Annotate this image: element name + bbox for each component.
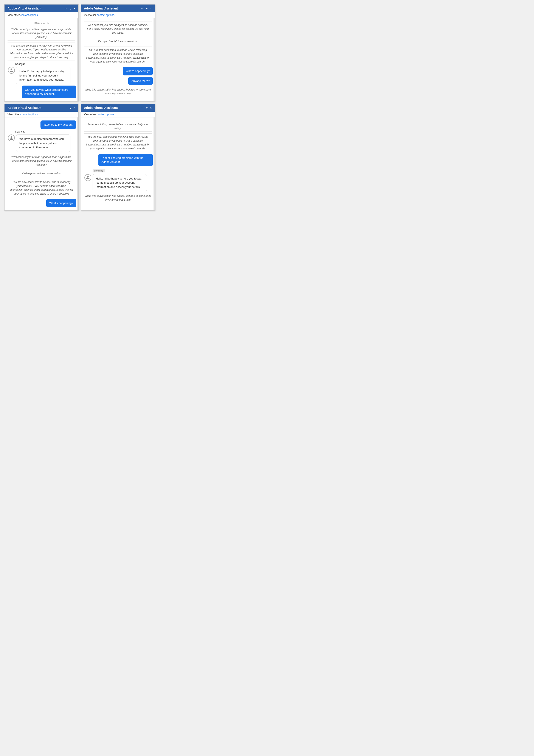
chat-header-controls: ···∨× [64,106,75,109]
chat-window-bottom-right: Adobe Virtual Assistant···∨×View other c… [81,104,155,211]
chat-window-top-left: Adobe Virtual Assistant···∨×View other c… [4,4,79,101]
chat-header: Adobe Virtual Assistant···∨× [81,104,155,112]
user-message-row: What's happening? [7,199,76,207]
chat-title: Adobe Virtual Assistant [8,7,41,10]
user-bubble: Can you advise what programs are attache… [22,86,76,98]
chat-title: Adobe Virtual Assistant [84,7,118,10]
agent-bubble: We have a dedicated team who can help yo… [16,134,70,152]
chat-subheader: View other contact options. [5,12,78,18]
system-message: You are now connected to Iknoor, who is … [8,179,75,197]
system-message: We'll connect you with an agent as soon … [84,21,152,36]
chat-header-controls: ···∨× [64,7,75,10]
system-message: You are now connected to Iknoor, who is … [84,46,152,65]
chat-header: Adobe Virtual Assistant···∨× [81,5,155,12]
menu-icon[interactable]: ··· [64,106,67,109]
chat-title: Adobe Virtual Assistant [8,106,41,109]
close-icon[interactable]: × [74,7,75,10]
chat-title: Adobe Virtual Assistant [84,106,118,109]
menu-icon[interactable]: ··· [141,106,144,109]
menu-icon[interactable]: ··· [141,7,144,10]
system-message: Kashyap has left the conversation. [8,170,75,177]
minimize-icon[interactable]: ∨ [69,106,71,109]
agent-message-row: We have a dedicated team who can help yo… [7,134,76,152]
chat-body[interactable]: We'll connect you with an agent as soon … [81,18,155,101]
menu-icon[interactable]: ··· [64,7,67,10]
avatar [8,134,15,141]
chat-subheader: View other contact options. [5,112,78,118]
chat-header-controls: ···∨× [141,106,152,109]
chat-subheader: View other contact options. [81,112,155,118]
scrollbar[interactable] [154,118,155,210]
system-message: You are now connected to Monisha, who is… [84,133,152,152]
agent-message-row: Hello, I'd be happy to help you today. l… [83,174,153,192]
system-message: We'll connect you with an agent as soon … [8,154,75,168]
conversation-end-message: While this conversation has ended, feel … [84,88,152,95]
system-message: Kashyap has left the conversation. [84,38,152,45]
close-icon[interactable]: × [150,7,152,10]
chat-header-controls: ···∨× [141,7,152,10]
user-message-row: Anyone there? [83,77,153,85]
user-bubble: attached to my account. [40,121,76,129]
agent-message-row: Hello, I'd be happy to help you today, l… [7,67,76,84]
user-bubble: What's happening? [46,199,76,207]
user-bubble: Anyone there? [128,77,153,85]
user-message-row: Can you advise what programs are attache… [7,86,76,98]
chat-body[interactable]: faster resolution, please tell us how we… [81,118,155,210]
timestamp: Today 5:50 PM [7,21,76,24]
chat-body[interactable]: Today 5:50 PMWe'll connect you with an a… [5,18,78,101]
scrollbar[interactable] [77,18,78,101]
user-message-row: I am still having problems with the Adob… [83,154,153,166]
minimize-icon[interactable]: ∨ [146,106,148,109]
avatar [8,67,15,74]
chat-window-top-right: Adobe Virtual Assistant···∨×View other c… [81,4,155,101]
avatar [85,174,91,181]
system-message: We'll connect you with an agent as soon … [8,26,75,40]
agent-bubble: Hello, I'd be happy to help you today, l… [16,67,70,84]
chat-header: Adobe Virtual Assistant···∨× [5,5,78,12]
contact-options-link[interactable]: contact options. [97,113,115,116]
agent-name-badge: Monisha [92,169,105,173]
chat-body[interactable]: attached to my account.KashyapWe have a … [5,118,78,210]
scrollbar[interactable] [77,118,78,210]
agent-name-label: Kashyap [15,63,76,66]
chat-subheader: View other contact options. [81,12,155,18]
conversation-end-message: While this conversation has ended, feel … [84,194,152,202]
agent-bubble: Hello, I'd be happy to help you today. l… [92,174,147,192]
chat-header: Adobe Virtual Assistant···∨× [5,104,78,112]
minimize-icon[interactable]: ∨ [146,7,148,10]
user-bubble: I am still having problems with the Adob… [98,154,153,166]
agent-name-label: Kashyap [15,130,76,133]
chat-grid: Adobe Virtual Assistant···∨×View other c… [4,4,155,210]
user-bubble: What's happening? [123,67,153,75]
contact-options-link[interactable]: contact options. [20,14,38,16]
contact-options-link[interactable]: contact options. [97,14,115,16]
system-message: You are now connected to Kashyap, who is… [8,42,75,61]
system-message: faster resolution, please tell us how we… [84,121,152,132]
user-message-row: attached to my account. [7,121,76,129]
chat-window-bottom-left: Adobe Virtual Assistant···∨×View other c… [4,104,79,211]
contact-options-link[interactable]: contact options. [20,113,38,116]
minimize-icon[interactable]: ∨ [69,7,71,10]
close-icon[interactable]: × [150,106,152,109]
user-message-row: What's happening? [83,67,153,75]
scrollbar[interactable] [154,18,155,101]
close-icon[interactable]: × [74,106,75,109]
